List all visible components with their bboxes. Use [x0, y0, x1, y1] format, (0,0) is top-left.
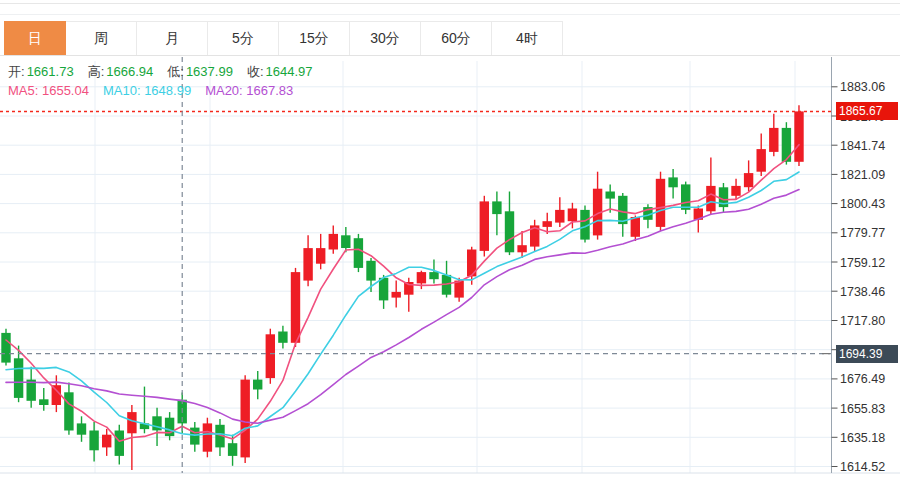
candle-body [77, 423, 86, 434]
candle-body [39, 399, 48, 405]
trading-chart-window: 日周月5分15分30分60分4时 1883.061862.401841.7418… [0, 0, 900, 477]
ma5-legend: MA5: 1655.04 [8, 83, 89, 98]
crosshair-price-tag: 1694.39 [836, 345, 898, 363]
candle-body [266, 334, 275, 378]
candle-body [769, 128, 778, 152]
candle-body [480, 201, 489, 251]
y-axis-tick-label: 1676.49 [840, 372, 885, 386]
ma20-line [6, 190, 799, 424]
ma-legend: MA5: 1655.04MA10: 1648.99MA20: 1667.83 [8, 83, 307, 98]
candle-body [102, 435, 111, 448]
candle-body [329, 234, 338, 250]
candle-body [1, 333, 10, 363]
candle-body [417, 272, 426, 283]
timeframe-tabbar: 日周月5分15分30分60分4时 [4, 21, 563, 56]
candle-body [52, 385, 61, 405]
ohlc-close-value: 1644.97 [266, 64, 313, 79]
tab-5min[interactable]: 5分 [208, 21, 279, 56]
candle-body [757, 149, 766, 172]
ma20-legend: MA20: 1667.83 [205, 83, 293, 98]
candle-body [681, 184, 690, 209]
chart-plot[interactable]: 1883.061862.401841.741821.091800.431779.… [0, 57, 900, 477]
ohlc-low-label: 低: [167, 64, 184, 79]
candle-body [354, 238, 363, 268]
tab-month[interactable]: 月 [137, 21, 208, 56]
candle-body [278, 332, 287, 343]
ma10-line [6, 172, 799, 436]
candle-body [492, 201, 501, 214]
ohlc-high: 高:1666.94 [88, 64, 154, 79]
candle-body [392, 292, 401, 298]
candle-body [744, 173, 753, 187]
candle-body [303, 248, 312, 281]
candle-body [64, 392, 73, 430]
y-axis-tick-label: 1800.43 [840, 197, 885, 211]
tabbar-underline [0, 55, 900, 56]
y-axis-tick-label: 1841.74 [840, 139, 885, 153]
y-axis-tick-label: 1738.46 [840, 285, 885, 299]
candle-body [429, 272, 438, 279]
ohlc-open: 开:1661.73 [8, 64, 74, 79]
candle-body [543, 221, 552, 227]
candle-body [505, 211, 514, 252]
candle-body [228, 443, 237, 456]
ohlc-high-value: 1666.94 [106, 64, 153, 79]
ohlc-low-value: 1637.99 [186, 64, 233, 79]
y-axis-tick-label: 1635.18 [840, 431, 885, 445]
ohlc-close-label: 收: [247, 64, 264, 79]
candle-body [14, 358, 23, 398]
candle-body [291, 272, 300, 343]
candle-body [316, 248, 325, 264]
candle-body [203, 423, 212, 451]
last-price-tag: 1865.67 [836, 102, 898, 120]
candle-body [341, 235, 350, 248]
candle-body [568, 209, 577, 222]
ma5-line [6, 145, 799, 442]
toolbar-top-divider [0, 14, 900, 15]
top-divider [0, 3, 900, 4]
candle-body [668, 177, 677, 187]
tab-day[interactable]: 日 [4, 21, 66, 56]
y-axis-tick-label: 1821.09 [840, 168, 885, 182]
y-axis-tick-label: 1759.12 [840, 256, 885, 270]
tab-15min[interactable]: 15分 [279, 21, 350, 56]
tab-week[interactable]: 周 [66, 21, 137, 56]
candle-body [555, 210, 564, 223]
ohlc-close: 收:1644.97 [247, 64, 313, 79]
candle-body [253, 380, 262, 390]
tab-4hour[interactable]: 4时 [492, 21, 563, 56]
candle-body [379, 278, 388, 301]
tab-30min[interactable]: 30分 [350, 21, 421, 56]
candlestick-chart[interactable]: 1883.061862.401841.741821.091800.431779.… [0, 57, 900, 477]
candle-body [89, 431, 98, 451]
ohlc-low: 低:1637.99 [167, 64, 233, 79]
y-axis-tick-label: 1779.77 [840, 226, 885, 240]
ma10-legend: MA10: 1648.99 [103, 83, 191, 98]
ohlc-high-label: 高: [88, 64, 105, 79]
y-axis-tick-label: 1614.52 [840, 460, 885, 474]
candle-body [794, 111, 803, 161]
candle-body [241, 380, 250, 458]
candle-body [454, 281, 463, 298]
candle-body [706, 186, 715, 211]
y-axis-tick-label: 1655.83 [840, 402, 885, 416]
candle-body [127, 412, 136, 433]
candle-body [366, 261, 375, 281]
candle-body [606, 192, 615, 199]
candle-body [656, 179, 665, 227]
ohlc-open-label: 开: [8, 64, 25, 79]
tab-60min[interactable]: 60分 [421, 21, 492, 56]
y-axis-tick-label: 1717.80 [840, 314, 885, 328]
y-axis-tick-label: 1883.06 [840, 80, 885, 94]
candle-body [115, 431, 124, 456]
candle-body [731, 186, 740, 196]
candle-body [517, 245, 526, 252]
ohlc-legend: 开:1661.73高:1666.94低:1637.99收:1644.97 [8, 63, 327, 81]
ohlc-open-value: 1661.73 [27, 64, 74, 79]
candle-body [631, 217, 640, 237]
